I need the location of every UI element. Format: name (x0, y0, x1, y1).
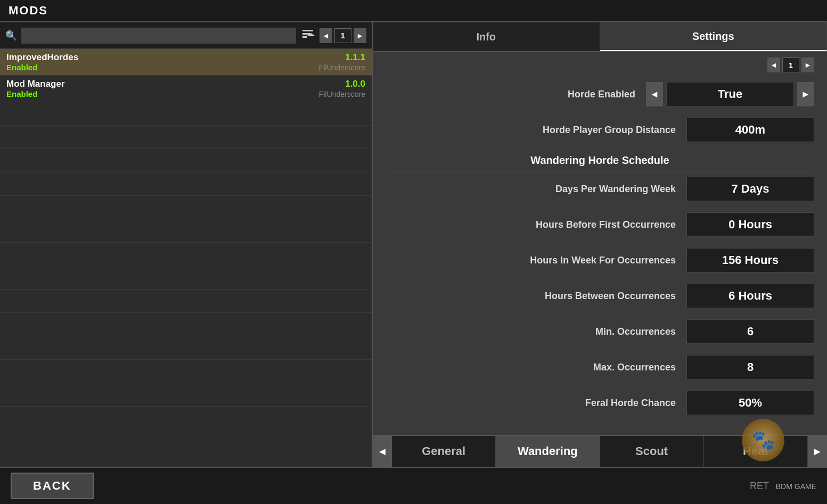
hours-in-week-for-occurrences-label: Hours In Week For Occurrences (386, 255, 686, 266)
settings-page-next-button[interactable]: ► (801, 57, 814, 72)
page-number-left: 1 (334, 28, 351, 43)
svg-rect-0 (302, 30, 313, 31)
mod-version-improved-hordes: 1.1.1 (345, 52, 365, 63)
max-occurrences-label: Max. Occurrences (386, 362, 686, 373)
mod-name-improved-hordes: ImprovedHordes (6, 52, 78, 63)
min-occurrences-label: Min. Occurrences (386, 326, 686, 337)
empty-row-11 (0, 336, 372, 360)
empty-row-2 (0, 126, 372, 149)
feral-horde-chance-label: Feral Horde Chance (386, 398, 686, 409)
watermark: 🐾 (742, 419, 784, 461)
search-input[interactable] (21, 28, 296, 44)
hours-before-first-occurrence-value[interactable]: 0 Hours (686, 212, 814, 237)
search-icon: 🔍 (5, 30, 17, 42)
page-prev-button[interactable]: ◄ (320, 28, 332, 43)
search-bar: 🔍 ◄ 1 ► (0, 22, 372, 49)
setting-row-hours-before-first-occurrence: Hours Before First Occurrence 0 Hours (386, 207, 814, 243)
page-next-button[interactable]: ► (354, 28, 366, 43)
horde-enabled-next[interactable]: ► (797, 82, 814, 106)
empty-row-1 (0, 102, 372, 126)
bottom-tab-prev-button[interactable]: ◄ (373, 435, 392, 467)
bottom-tab-next-button[interactable]: ► (808, 435, 827, 467)
sort-icon (300, 27, 315, 44)
setting-row-max-occurrences: Max. Occurrences 8 (386, 350, 814, 385)
horde-enabled-label: Horde Enabled (386, 89, 646, 100)
right-tabs: Info Settings (373, 22, 827, 52)
mod-list: ImprovedHordes 1.1.1 Enabled FilUndersco… (0, 49, 372, 407)
mod-name-mod-manager: Mod Manager (6, 79, 65, 89)
min-occurrences-value[interactable]: 6 (686, 319, 814, 344)
main-container: 🔍 ◄ 1 ► ImprovedHordes (0, 22, 827, 467)
mod-status-improved-hordes: Enabled (6, 63, 37, 72)
settings-page-number: 1 (782, 57, 799, 72)
empty-row-9 (0, 290, 372, 313)
setting-row-hours-between-occurrences: Hours Between Occurrences 6 Hours (386, 278, 814, 314)
days-per-wandering-week-value[interactable]: 7 Days (686, 177, 814, 201)
mod-status-mod-manager: Enabled (6, 89, 37, 98)
empty-row-6 (0, 219, 372, 243)
svg-rect-2 (302, 36, 307, 38)
max-occurrences-value[interactable]: 8 (686, 355, 814, 379)
horde-enabled-control: ◄ True ► (646, 82, 814, 106)
hours-between-occurrences-value[interactable]: 6 Hours (686, 284, 814, 308)
back-button[interactable]: BACK (11, 473, 94, 499)
footer-bar: BACK RET BDM GAME (0, 467, 827, 504)
tab-general[interactable]: General (392, 436, 496, 467)
empty-row-10 (0, 313, 372, 336)
empty-row-4 (0, 172, 372, 196)
settings-panel: ◄ 1 ► Horde Enabled ◄ True ► Horde Playe… (373, 52, 827, 435)
tab-settings[interactable]: Settings (600, 22, 828, 51)
tab-info[interactable]: Info (373, 22, 600, 51)
mod-version-mod-manager: 1.0.0 (345, 79, 365, 89)
right-panel: Info Settings ◄ 1 ► Horde Enabled ◄ True… (373, 22, 827, 467)
settings-page-nav: ◄ 1 ► (386, 57, 814, 72)
bdm-logo: BDM GAME (776, 482, 816, 491)
horde-enabled-value: True (666, 82, 794, 106)
empty-row-13 (0, 383, 372, 407)
empty-row-5 (0, 196, 372, 219)
left-panel: 🔍 ◄ 1 ► ImprovedHordes (0, 22, 373, 467)
mod-item-mod-manager[interactable]: Mod Manager 1.0.0 Enabled FilUnderscore (0, 76, 372, 102)
hours-between-occurrences-label: Hours Between Occurrences (386, 291, 686, 302)
empty-row-7 (0, 243, 372, 266)
top-bar: MODS (0, 0, 827, 22)
mod-author-mod-manager: FilUnderscore (319, 90, 365, 98)
mod-author-improved-hordes: FilUnderscore (319, 63, 365, 72)
empty-row-8 (0, 266, 372, 290)
feral-horde-chance-value[interactable]: 50% (686, 391, 814, 415)
setting-row-days-per-wandering-week: Days Per Wandering Week 7 Days (386, 171, 814, 207)
hours-in-week-for-occurrences-value[interactable]: 156 Hours (686, 248, 814, 272)
days-per-wandering-week-label: Days Per Wandering Week (386, 184, 686, 195)
wandering-horde-schedule-header: Wandering Horde Schedule (386, 148, 814, 171)
setting-row-horde-enabled: Horde Enabled ◄ True ► (386, 77, 814, 112)
setting-row-horde-player-group-distance: Horde Player Group Distance 400m (386, 112, 814, 148)
empty-row-3 (0, 149, 372, 172)
mod-item-improved-hordes[interactable]: ImprovedHordes 1.1.1 Enabled FilUndersco… (0, 49, 372, 76)
setting-row-min-occurrences: Min. Occurrences 6 (386, 314, 814, 350)
hours-before-first-occurrence-label: Hours Before First Occurrence (386, 219, 686, 230)
svg-rect-1 (302, 33, 310, 35)
tab-wandering[interactable]: Wandering (496, 436, 600, 467)
setting-row-hours-in-week-for-occurrences: Hours In Week For Occurrences 156 Hours (386, 243, 814, 278)
horde-player-group-distance-label: Horde Player Group Distance (386, 125, 686, 136)
setting-row-feral-horde-chance: Feral Horde Chance 50% (386, 385, 814, 421)
horde-enabled-prev[interactable]: ◄ (646, 82, 663, 106)
tab-scout[interactable]: Scout (600, 436, 704, 467)
horde-player-group-distance-value[interactable]: 400m (686, 118, 814, 142)
settings-page-prev-button[interactable]: ◄ (767, 57, 780, 72)
empty-row-12 (0, 360, 372, 383)
page-title: MODS (9, 4, 48, 18)
page-nav-left: ◄ 1 ► (320, 28, 366, 43)
footer-logo: RET BDM GAME (750, 481, 816, 492)
